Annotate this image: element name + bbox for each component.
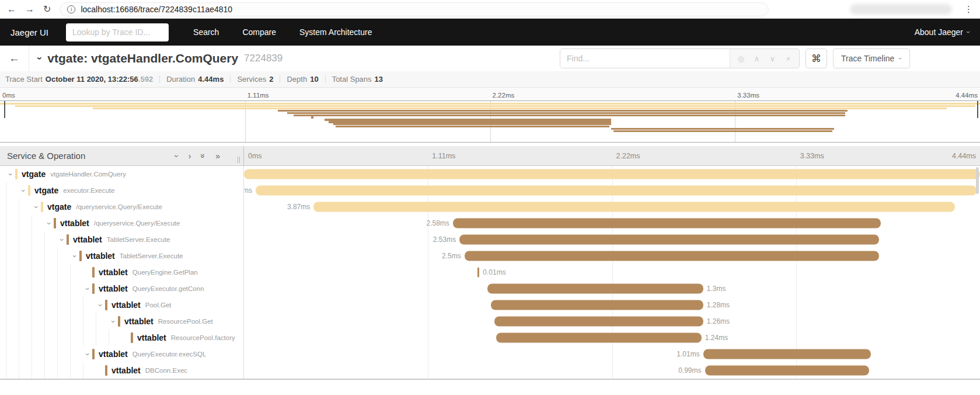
collapse-span-chevron-icon[interactable]: › [84,284,92,293]
minimap-span-bar [336,126,609,127]
span-duration-label: 0.01ms [479,268,505,276]
collapse-trace-detail-icon[interactable]: › [34,57,45,60]
nav-link-system-architecture[interactable]: System Architecture [299,27,372,37]
trace-view-selector[interactable]: Trace Timeline › [833,48,910,68]
collapse-span-chevron-icon[interactable]: › [84,349,92,359]
span-duration-bar[interactable] [491,300,703,310]
service-name: vtgate [22,169,46,179]
span-row[interactable]: ›vttabletResourcePool.Get1.26ms [0,313,980,330]
minimap-span-bar [333,123,611,125]
span-row[interactable]: ›vttabletQueryExecutor.execSQL1.01ms [0,346,980,362]
collapse-span-chevron-icon[interactable]: › [46,219,53,228]
span-timeline-cell[interactable]: 2.53ms [244,231,980,248]
nav-link-search[interactable]: Search [193,27,219,37]
span-name-cell[interactable]: ›vttabletQueryExecutor.getConn [0,280,244,297]
collapse-span-chevron-icon[interactable]: › [33,202,40,212]
collapse-one-icon[interactable]: › [173,154,181,157]
span-timeline-cell[interactable]: 2.5ms [244,248,980,264]
span-timeline-cell[interactable]: 1.26ms [244,313,980,330]
span-duration-bar[interactable] [459,235,879,245]
expand-all-icon[interactable]: » [215,152,220,160]
span-name-cell[interactable]: ›vttabletTabletServer.Execute [0,231,244,248]
span-duration-bar[interactable] [496,333,702,343]
column-resizer-grip[interactable] [238,157,240,163]
span-duration-bar[interactable] [487,284,703,294]
collapse-span-chevron-icon[interactable]: › [110,317,117,326]
about-jaeger-menu[interactable]: About Jaeger › [915,27,969,37]
span-duration-bar[interactable] [705,366,869,376]
span-duration-bar[interactable] [494,317,703,327]
span-timeline-cell[interactable]: 1.3ms [244,280,980,297]
span-timeline-cell[interactable]: 0.99ms [244,362,980,379]
span-row[interactable]: ›vttabletQueryExecutor.getConn1.3ms [0,280,980,297]
browser-reload-icon[interactable]: ↻ [43,5,51,14]
span-timeline-cell[interactable]: 1.28ms [244,297,980,313]
span-timeline-cell[interactable]: 2.58ms [244,215,980,231]
span-row[interactable]: vttabletResourcePool.factory1.24ms [0,330,980,346]
span-row[interactable]: vttabletQueryEngine.GetPlan0.01ms [0,264,980,280]
collapse-span-chevron-icon[interactable]: › [20,186,27,195]
span-name-cell[interactable]: ›vttabletPool.Get [0,297,244,313]
jaeger-logo[interactable]: Jaeger UI [11,27,48,37]
collapse-span-chevron-icon[interactable]: › [7,169,15,179]
span-row[interactable]: ›vttabletPool.Get1.28ms [0,297,980,313]
scrollbar-thumb[interactable] [976,167,979,194]
duration-value: 4.44ms [198,75,224,84]
find-input[interactable] [560,49,730,68]
trace-id-lookup-input[interactable] [66,23,169,41]
nav-link-compare[interactable]: Compare [242,27,276,37]
focus-match-icon[interactable]: ◎ [733,54,749,63]
viewport-left-handle[interactable] [4,101,5,118]
span-timeline-cell[interactable]: ms [244,182,980,199]
span-name-cell[interactable]: ›vttablet/queryservice.Query/Execute [0,215,244,231]
prev-result-icon[interactable]: ∧ [749,54,765,63]
site-info-icon[interactable]: i [67,5,75,13]
span-row[interactable]: ›vtgatevtgateHandler.ComQuery [0,166,980,182]
span-duration-bar[interactable] [465,251,879,261]
expand-one-icon[interactable]: › [189,152,191,160]
indent-guide [57,264,70,280]
span-duration-bar[interactable] [313,202,955,212]
clear-search-icon[interactable]: × [780,54,796,63]
span-row[interactable]: ›vttablet/queryservice.Query/Execute2.58… [0,215,980,231]
span-timeline-cell[interactable]: 1.24ms [244,330,980,346]
span-row[interactable]: ›vttabletTabletServer.Execute2.53ms [0,231,980,248]
span-duration-bar[interactable] [703,349,871,359]
span-name-cell[interactable]: ›vtgatevtgateHandler.ComQuery [0,166,244,182]
viewport-right-handle[interactable] [977,101,978,118]
span-timeline-cell[interactable]: 1.01ms [244,346,980,362]
url-bar[interactable]: i localhost:16686/trace/7224839c11ae4810 [60,2,769,16]
collapse-span-chevron-icon[interactable]: › [97,300,104,310]
collapse-span-chevron-icon[interactable]: › [58,235,66,244]
span-name-cell[interactable]: vttabletDBConn.Exec [0,362,244,379]
next-result-icon[interactable]: ∨ [765,54,780,63]
span-duration-label: 0.99ms [678,366,705,375]
span-row[interactable]: vttabletDBConn.Exec0.99ms [0,362,980,379]
span-row[interactable]: ›vttabletTabletServer.Execute2.5ms [0,248,980,264]
collapse-span-chevron-icon[interactable]: › [71,251,79,261]
span-duration-bar[interactable] [453,219,881,228]
span-name-cell[interactable]: ›vttabletQueryExecutor.execSQL [0,346,244,362]
span-timeline-cell[interactable]: 3.87ms [244,199,980,215]
span-duration-bar[interactable] [244,169,980,179]
span-name-cell[interactable]: ›vttabletTabletServer.Execute [0,248,244,264]
back-to-search-button[interactable]: ← [0,46,29,71]
browser-back-icon[interactable]: ← [7,5,16,14]
tick-label: 1.11ms [247,92,269,99]
browser-menu-icon[interactable]: ⋮ [964,5,973,13]
span-row[interactable]: ›vtgate/queryservice.Query/Execute3.87ms [0,199,980,215]
span-timeline-cell[interactable]: 0.01ms [244,264,980,280]
span-name-cell[interactable]: vttabletResourcePool.factory [0,330,244,346]
tree-controls: › › » » [176,152,220,160]
minimap-canvas[interactable] [0,101,980,143]
span-row[interactable]: ›vtgateexecutor.Executems [0,182,980,199]
span-name-cell[interactable]: ›vtgateexecutor.Execute [0,182,244,199]
span-duration-bar[interactable] [256,186,976,196]
span-timeline-cell[interactable] [244,166,980,182]
span-name-cell[interactable]: ›vttabletResourcePool.Get [0,313,244,330]
browser-forward-icon[interactable]: → [25,5,34,14]
span-name-cell[interactable]: vttabletQueryEngine.GetPlan [0,264,244,280]
keyboard-shortcuts-button[interactable]: ⌘ [805,48,827,68]
span-name-cell[interactable]: ›vtgate/queryservice.Query/Execute [0,199,244,215]
collapse-all-icon[interactable]: » [199,154,207,158]
